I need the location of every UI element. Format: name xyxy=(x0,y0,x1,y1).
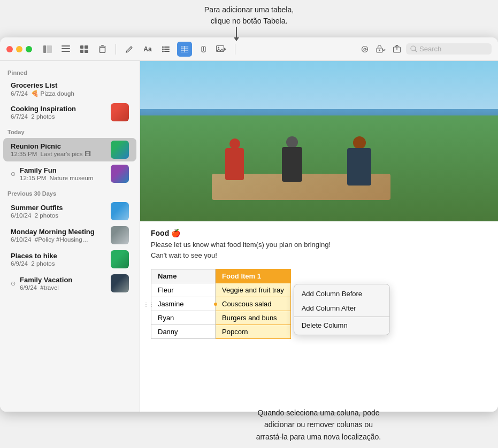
share-mention-button[interactable] xyxy=(358,42,372,56)
sidebar-item-summer-thumb xyxy=(111,202,129,220)
font-button[interactable]: Aa xyxy=(141,42,155,56)
delete-button[interactable] xyxy=(95,42,109,56)
sidebar-item-groceries-title: Groceries List xyxy=(11,81,129,89)
note-body: Please let us know what food item(s) you… xyxy=(151,240,487,260)
note-table-wrapper: ⋮⋮ Name Food Item 1 Fleur Veggie and fru… xyxy=(151,269,291,339)
svg-point-12 xyxy=(162,46,164,48)
pinned-section-label: Pinned xyxy=(0,65,140,78)
table-col1-header: Name xyxy=(151,269,216,283)
table-row: Danny Popcorn xyxy=(151,325,291,339)
table-row: Fleur Veggie and fruit tray xyxy=(151,283,291,297)
sidebar-item-groceries[interactable]: Groceries List 6/7/24 🍕 Pizza dough xyxy=(3,79,136,100)
sidebar-item-vacation-text: Family Vacation 6/9/24 #travel xyxy=(20,276,106,291)
svg-point-14 xyxy=(162,48,164,50)
note-title: Food 🍎 xyxy=(151,229,487,237)
note-editor[interactable]: Food 🍎 Please let us know what food item… xyxy=(140,61,498,412)
svg-rect-5 xyxy=(80,45,83,49)
svg-rect-6 xyxy=(85,45,88,49)
sidebar-item-meeting-title: Monday Morning Meeting xyxy=(11,228,106,236)
table-col2-header: Food Item 1 xyxy=(216,269,291,283)
media-button[interactable] xyxy=(214,42,228,56)
svg-rect-17 xyxy=(164,51,170,52)
sidebar-item-cooking[interactable]: Cooking Inspiration 6/7/24 2 photos xyxy=(3,101,136,124)
svg-point-29 xyxy=(379,50,380,51)
sidebar-item-reunion[interactable]: Reunion Picnic 12:35 PM Last year's pics… xyxy=(3,138,136,161)
sidebar-item-reunion-text: Reunion Picnic 12:35 PM Last year's pics… xyxy=(11,142,106,157)
note-body-line2: Can't wait to see you! xyxy=(151,251,217,259)
table-cell-ryan-food: Burgers and buns xyxy=(216,311,291,325)
sidebar-item-meeting-text: Monday Morning Meeting 6/10/24 #Policy #… xyxy=(11,228,106,243)
audio-button[interactable] xyxy=(196,42,210,56)
sidebar-item-hike-text: Places to hike 6/9/24 2 photos xyxy=(11,252,106,267)
search-box[interactable]: Search xyxy=(406,43,492,55)
svg-rect-1 xyxy=(47,45,52,53)
svg-point-26 xyxy=(364,48,366,50)
sidebar-item-hike-title: Places to hike xyxy=(11,252,106,260)
svg-rect-10 xyxy=(101,45,104,46)
sidebar-item-hike-thumb xyxy=(111,250,129,268)
table-cell-ryan-name: Ryan xyxy=(151,311,216,325)
note-content: Food 🍎 Please let us know what food item… xyxy=(140,221,498,349)
table-button[interactable] xyxy=(177,42,192,57)
grid-view-button[interactable] xyxy=(77,42,91,56)
svg-rect-3 xyxy=(62,48,70,49)
sidebar-item-family-fun-text: Family Fun 12:15 PM Nature museum xyxy=(20,166,106,181)
note-table[interactable]: Name Food Item 1 Fleur Veggie and fruit … xyxy=(151,269,291,339)
sidebar-toggle-button[interactable] xyxy=(41,42,55,56)
context-menu-add-after[interactable]: Add Column After xyxy=(294,301,389,315)
minimize-button[interactable] xyxy=(16,46,22,52)
annotation-arrow xyxy=(234,27,239,41)
context-menu-add-before[interactable]: Add Column Before xyxy=(294,287,389,301)
circle-icon: ⊙ xyxy=(11,171,16,177)
sidebar-item-meeting-sub: 6/10/24 #Policy #Housing… xyxy=(11,236,106,243)
list-view-button[interactable] xyxy=(59,42,73,56)
svg-point-24 xyxy=(218,47,219,49)
table-row-handle[interactable]: ⋮⋮ xyxy=(143,301,154,307)
svg-rect-15 xyxy=(164,49,170,50)
sidebar-item-reunion-title: Reunion Picnic xyxy=(11,142,106,150)
sidebar-item-hike[interactable]: Places to hike 6/9/24 2 photos xyxy=(3,248,136,271)
svg-rect-11 xyxy=(99,48,105,53)
toolbar-separator xyxy=(116,44,116,55)
close-button[interactable] xyxy=(6,46,13,52)
annotation-bottom: Quando seleciona uma coluna, podeadicion… xyxy=(144,407,493,443)
grass xyxy=(140,115,498,221)
sidebar-item-vacation[interactable]: ⊙ Family Vacation 6/9/24 #travel xyxy=(3,272,136,295)
svg-rect-4 xyxy=(62,51,70,52)
fullscreen-button[interactable] xyxy=(26,46,32,52)
titlebar: Aa xyxy=(0,37,498,61)
sidebar-item-family-fun[interactable]: ⊙ Family Fun 12:15 PM Nature museum xyxy=(3,162,136,186)
sidebar-item-meeting[interactable]: Monday Morning Meeting 6/10/24 #Policy #… xyxy=(3,223,136,247)
compose-button[interactable] xyxy=(122,42,136,56)
cell-indicator xyxy=(214,303,217,306)
table-cell-danny-name: Danny xyxy=(151,325,216,339)
previous-section-label: Previous 30 Days xyxy=(0,186,140,199)
sidebar-item-family-fun-sub: 12:15 PM Nature museum xyxy=(20,175,106,181)
svg-point-31 xyxy=(411,46,416,51)
svg-rect-7 xyxy=(80,50,83,53)
svg-rect-2 xyxy=(62,45,70,47)
search-placeholder: Search xyxy=(419,45,441,53)
table-cell-fleur-name: Fleur xyxy=(151,283,216,297)
sidebar-item-hike-sub: 6/9/24 2 photos xyxy=(11,260,106,267)
table-cell-jasmine-name: Jasmine xyxy=(151,297,216,311)
sidebar-item-summer-text: Summer Outfits 6/10/24 2 photos xyxy=(11,204,106,219)
person3 xyxy=(341,136,378,198)
toolbar-right: Search xyxy=(358,42,492,56)
svg-rect-13 xyxy=(164,47,170,48)
traffic-lights xyxy=(6,46,32,52)
sidebar-item-cooking-title: Cooking Inspiration xyxy=(11,105,106,113)
sidebar-item-summer[interactable]: Summer Outfits 6/10/24 2 photos xyxy=(3,199,136,223)
svg-rect-0 xyxy=(43,45,46,53)
photo-scene xyxy=(140,61,498,221)
circle-icon-2: ⊙ xyxy=(11,280,16,287)
sidebar-item-vacation-sub: 6/9/24 #travel xyxy=(20,284,106,291)
export-button[interactable] xyxy=(390,42,404,56)
context-menu-delete[interactable]: Delete Column xyxy=(294,318,389,333)
list-format-button[interactable] xyxy=(159,42,173,56)
lock-button[interactable] xyxy=(374,42,388,56)
sidebar-item-reunion-sub: 12:35 PM Last year's pics 🎞 xyxy=(11,151,106,157)
table-cell-jasmine-food: Couscous salad xyxy=(216,297,291,311)
sidebar-item-cooking-sub: 6/7/24 2 photos xyxy=(11,113,106,120)
table-row: Jasmine Couscous salad xyxy=(151,297,291,311)
